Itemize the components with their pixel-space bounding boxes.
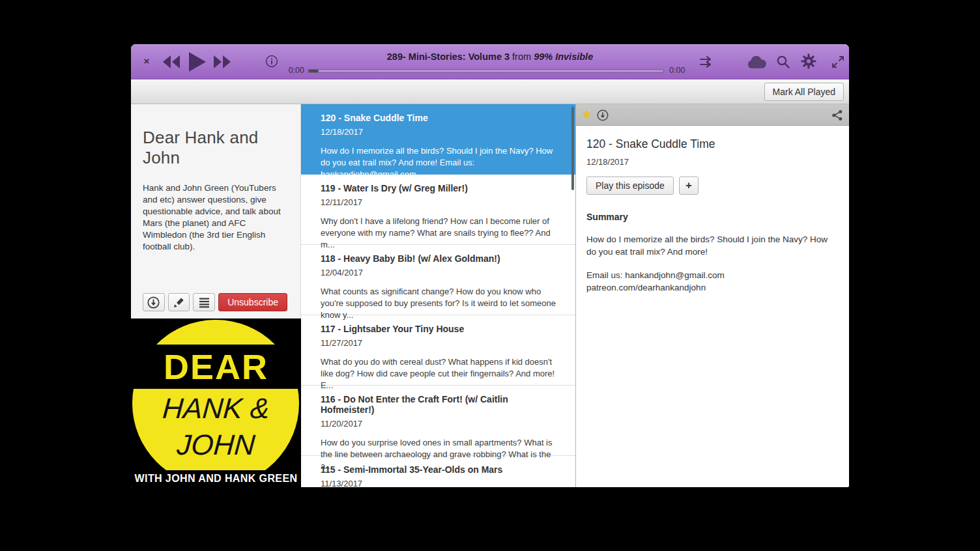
app-window: × 289- Mini-Stories: Volume 3 from 99% I… [131, 44, 849, 487]
episode-row-119[interactable]: 119 - Water Is Dry (w/ Greg Miller!) 12/… [301, 175, 575, 245]
rewind-icon[interactable] [162, 55, 180, 68]
episode-title: 118 - Heavy Baby Bib! (w/ Alex Goldman!) [321, 253, 556, 264]
share-icon[interactable] [831, 109, 843, 121]
download-all-button[interactable] [143, 293, 165, 311]
podcast-actions: Unsubscribe [143, 293, 287, 311]
now-playing-podcast: 99% Invisible [534, 51, 593, 62]
podcast-info: Dear Hank and John Hank and John Green (… [131, 104, 300, 318]
episode-row-115[interactable]: 115 - Semi-Immortal 35-Year-Olds on Mars… [301, 456, 575, 487]
episode-date: 11/20/2017 [321, 419, 556, 429]
add-to-queue-button[interactable]: + [679, 177, 699, 195]
toolbar: Your Podcasts Mark All Played [131, 79, 849, 104]
summary-patreon-line: patreon.com/dearhankandjohn [586, 282, 839, 294]
list-icon [199, 297, 210, 308]
artwork-band: DEAR [131, 345, 301, 389]
settings-gear-icon[interactable] [801, 53, 816, 69]
podcast-description: Hank and John Green (YouTubers and etc) … [143, 182, 287, 253]
search-icon[interactable] [776, 55, 790, 69]
artwork-dear-text: DEAR [164, 349, 268, 384]
podcast-sidebar: Dear Hank and John Hank and John Green (… [131, 104, 301, 487]
episode-date: 12/04/2017 [321, 268, 556, 277]
mark-all-played-button[interactable]: Mark All Played [764, 83, 844, 101]
episode-title: 120 - Snake Cuddle Time [321, 113, 556, 123]
episode-date: 12/11/2017 [321, 197, 556, 207]
episode-list: 120 - Snake Cuddle Time 12/18/2017 How d… [301, 104, 575, 487]
queue-icon[interactable] [699, 55, 715, 68]
podcast-title: Dear Hank and John [143, 128, 287, 168]
episode-list-scrollbar[interactable] [571, 107, 574, 190]
artwork-john-text: JOHN [131, 431, 301, 459]
summary-paragraph: How do I memorize all the birds? Should … [586, 234, 839, 258]
episode-row-117[interactable]: 117 - Lightsaber Your Tiny House 11/27/2… [301, 315, 575, 386]
edit-podcast-button[interactable] [168, 293, 190, 311]
now-playing-title: 289- Mini-Stories: Volume 3 from 99% Inv… [294, 51, 686, 62]
episode-title: 116 - Do Not Enter the Craft Fort! (w/ C… [321, 394, 556, 415]
favorite-star-icon[interactable]: ★ [582, 107, 592, 121]
episode-date: 11/27/2017 [321, 338, 556, 348]
summary-email-line: Email us: hankandjohn@gmail.com [586, 270, 839, 282]
main-content: Dear Hank and John Hank and John Green (… [131, 104, 849, 487]
now-playing-episode: 289- Mini-Stories: Volume 3 [387, 51, 510, 62]
episode-detail-panel: ★ 120 - Snake Cuddle Time 12/18/2017 [575, 104, 849, 487]
episode-detail-body: 120 - Snake Cuddle Time 12/18/2017 Play … [576, 126, 849, 294]
episode-date: 11/13/2017 [321, 479, 556, 487]
episode-row-118[interactable]: 118 - Heavy Baby Bib! (w/ Alex Goldman!)… [301, 245, 575, 315]
episode-title: 117 - Lightsaber Your Tiny House [321, 324, 556, 334]
summary-heading: Summary [586, 212, 839, 222]
back-button-label: Your Podcasts [152, 81, 190, 102]
episode-detail-toolbar: ★ [576, 104, 849, 126]
episode-list-options-button[interactable] [193, 293, 215, 311]
episode-row-116[interactable]: 116 - Do Not Enter the Craft Fort! (w/ C… [301, 386, 575, 456]
elapsed-time: 0:00 [276, 66, 304, 75]
seek-bar-thumb[interactable] [308, 70, 319, 72]
podcast-artwork: DEAR HANK & JOHN WITH JOHN AND HANK GREE… [131, 318, 301, 487]
play-button-icon[interactable] [188, 52, 206, 72]
episode-title: 115 - Semi-Immortal 35-Year-Olds on Mars [321, 464, 556, 475]
play-this-episode-button[interactable]: Play this episode [586, 177, 674, 195]
now-playing-from: from [512, 51, 534, 62]
detail-episode-date: 12/18/2017 [586, 157, 839, 167]
close-window-button[interactable]: × [139, 53, 154, 68]
titlebar: × 289- Mini-Stories: Volume 3 from 99% I… [131, 44, 849, 79]
download-episode-icon[interactable] [597, 109, 609, 121]
fast-forward-icon[interactable] [213, 55, 231, 68]
episode-date: 12/18/2017 [321, 127, 556, 137]
pencil-icon [173, 297, 184, 308]
cloud-sync-icon[interactable] [746, 55, 768, 70]
detail-episode-title: 120 - Snake Cuddle Time [586, 137, 839, 151]
download-icon [147, 296, 160, 309]
artwork-hank-text: HANK & [131, 394, 301, 423]
episode-title: 119 - Water Is Dry (w/ Greg Miller!) [321, 183, 556, 193]
fullscreen-icon[interactable] [831, 55, 845, 69]
artwork-caption: WITH JOHN AND HANK GREEN [131, 470, 301, 487]
remaining-time: 0:00 [669, 66, 698, 75]
episode-row-120[interactable]: 120 - Snake Cuddle Time 12/18/2017 How d… [301, 104, 575, 175]
unsubscribe-button[interactable]: Unsubscribe [218, 293, 287, 311]
seek-bar[interactable] [307, 69, 664, 73]
